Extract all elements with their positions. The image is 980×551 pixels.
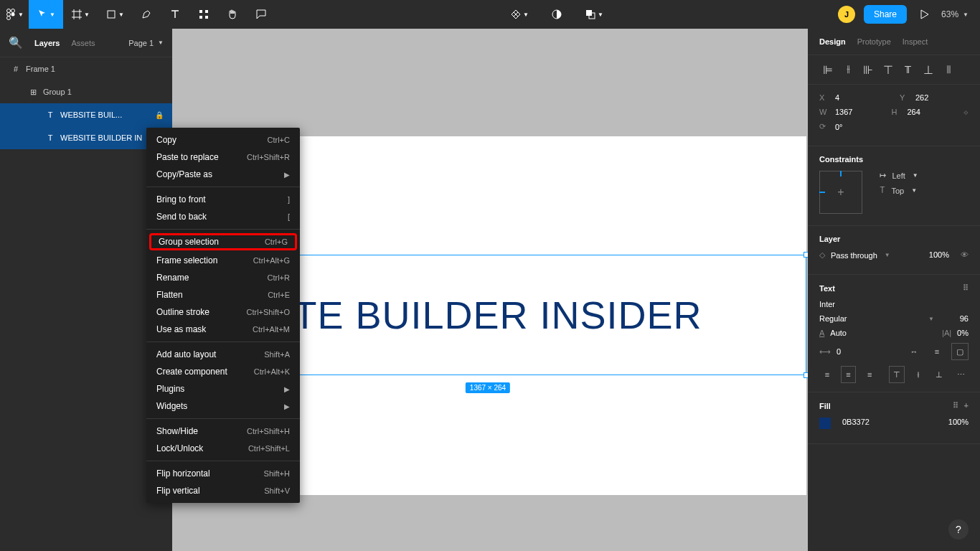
menu-item-use-as-mask[interactable]: Use as maskCtrl+Alt+M — [146, 321, 300, 338]
text-align-top-button[interactable]: ⊤ — [889, 366, 905, 383]
align-center-h-button[interactable]: ⫲ — [839, 61, 857, 78]
text-align-center-button[interactable]: ≡ — [841, 366, 857, 383]
menu-item-widgets[interactable]: Widgets▶ — [146, 397, 300, 415]
search-icon[interactable]: 🔍 — [9, 36, 23, 50]
boolean-button[interactable]: ▼ — [580, 0, 608, 29]
constraint-diagram[interactable]: + — [819, 171, 862, 214]
menu-item-create-component[interactable]: Create componentCtrl+Alt+K — [146, 363, 300, 380]
text-align-bottom-button[interactable]: ⊥ — [932, 366, 948, 383]
align-left-button[interactable]: ⊫ — [819, 61, 837, 78]
rotation-icon: ⟳ — [819, 122, 829, 131]
menu-item-label: Create component — [156, 367, 227, 377]
auto-height-button[interactable]: ≡ — [928, 343, 946, 360]
text-align-right-button[interactable]: ≡ — [862, 366, 877, 383]
shape-tool-button[interactable]: ▼ — [98, 0, 132, 29]
comment-tool-button[interactable] — [247, 0, 275, 29]
design-tab[interactable]: Design — [819, 37, 846, 46]
page-select[interactable]: Page 1▼ — [128, 39, 164, 47]
align-bottom-button[interactable]: ⊥ — [920, 61, 937, 78]
mask-button[interactable] — [542, 0, 571, 29]
layer-frame[interactable]: # Frame 1 — [0, 57, 172, 80]
fill-swatch[interactable] — [819, 418, 831, 429]
menu-item-shortcut: Ctrl+Shift+R — [247, 153, 290, 161]
selection-handle-tr[interactable] — [804, 252, 808, 258]
w-input[interactable]: 1367 — [835, 108, 852, 116]
align-controls: ⊫ ⫲ ⊪ ⊤ ⫪ ⊥ ⦀ — [808, 55, 980, 85]
selection-handle-br[interactable] — [804, 372, 808, 378]
pen-tool-button[interactable] — [132, 0, 161, 29]
fill-opacity-input[interactable]: 100% — [948, 418, 969, 429]
menu-item-copy-paste-as[interactable]: Copy/Paste as▶ — [146, 166, 300, 183]
fill-styles-icon[interactable]: ⠿ — [953, 401, 958, 410]
zoom-select[interactable]: 63%▼ — [941, 9, 969, 19]
menu-item-flip-horizontal[interactable]: Flip horizontalShift+H — [146, 465, 300, 482]
menu-item-show-hide[interactable]: Show/HideCtrl+Shift+H — [146, 423, 300, 440]
resources-button[interactable] — [189, 0, 218, 29]
paragraph-spacing-input[interactable]: 0 — [837, 347, 900, 356]
menu-item-copy[interactable]: CopyCtrl+C — [146, 131, 300, 149]
menu-item-label: Flip vertical — [156, 486, 200, 496]
align-top-button[interactable]: ⊤ — [880, 61, 897, 78]
move-tool-button[interactable]: ▼ — [29, 0, 63, 29]
auto-width-button[interactable]: ↔ — [905, 343, 923, 360]
user-avatar[interactable]: J — [838, 6, 855, 23]
menu-item-lock-unlock[interactable]: Lock/UnlockCtrl+Shift+L — [146, 440, 300, 457]
line-height-icon: A — [819, 329, 824, 337]
left-panel-header: 🔍 Layers Assets Page 1▼ — [0, 29, 172, 57]
hand-tool-button[interactable] — [218, 0, 247, 29]
menu-item-send-to-back[interactable]: Send to back[ — [146, 208, 300, 225]
menu-item-flip-vertical[interactable]: Flip verticalShift+V — [146, 482, 300, 499]
menu-item-frame-selection[interactable]: Frame selectionCtrl+Alt+G — [146, 252, 300, 269]
fill-hex-input[interactable]: 0B3372 — [842, 418, 937, 429]
frame-tool-button[interactable]: ▼ — [63, 0, 98, 29]
lock-icon[interactable]: 🔒 — [155, 111, 164, 119]
font-weight-select[interactable]: Regular — [819, 314, 921, 323]
opacity-input[interactable]: 100% — [929, 250, 949, 260]
rotation-input[interactable]: 0° — [835, 123, 843, 131]
right-panel-tabs: Design Prototype Inspect — [808, 29, 980, 55]
assets-tab[interactable]: Assets — [71, 39, 95, 47]
menu-item-flatten[interactable]: FlattenCtrl+E — [146, 286, 300, 303]
blend-mode-select[interactable]: Pass through — [831, 251, 877, 260]
link-dimensions-icon[interactable]: ⟐ — [963, 108, 969, 116]
align-right-button[interactable]: ⊪ — [859, 61, 877, 78]
align-center-v-button[interactable]: ⫪ — [900, 61, 917, 78]
text-align-left-button[interactable]: ≡ — [819, 366, 835, 383]
font-size-input[interactable]: 96 — [940, 314, 969, 323]
h-input[interactable]: 264 — [908, 108, 920, 116]
menu-item-group-selection[interactable]: Group selectionCtrl+G — [149, 233, 297, 250]
menu-item-add-auto-layout[interactable]: Add auto layoutShift+A — [146, 346, 300, 363]
constraint-h-select[interactable]: ↦ Left ▼ — [880, 171, 918, 180]
share-button[interactable]: Share — [864, 5, 907, 24]
layer-text-1[interactable]: T WEBSITE BUIL... 🔒 — [0, 103, 172, 126]
menu-item-rename[interactable]: RenameCtrl+R — [146, 269, 300, 286]
layer-group[interactable]: ⊞ Group 1 — [0, 80, 172, 103]
component-controls-button[interactable]: ▼ — [505, 0, 534, 29]
letter-spacing-input[interactable]: 0% — [957, 329, 969, 337]
figma-menu-button[interactable]: ▼ — [0, 0, 29, 29]
menu-item-shortcut: [ — [288, 212, 290, 221]
menu-item-outline-stroke[interactable]: Outline strokeCtrl+Shift+O — [146, 303, 300, 321]
add-fill-button[interactable]: + — [964, 401, 969, 410]
help-button[interactable]: ? — [948, 519, 969, 540]
text-tool-button[interactable] — [161, 0, 189, 29]
constraint-v-select[interactable]: ⟙ Top ▼ — [880, 186, 918, 195]
y-input[interactable]: 262 — [915, 93, 928, 102]
line-height-input[interactable]: Auto — [830, 329, 936, 337]
text-options-button[interactable]: ⋯ — [953, 366, 969, 383]
visibility-icon[interactable]: 👁 — [961, 250, 969, 260]
present-button[interactable] — [915, 0, 933, 29]
prototype-tab[interactable]: Prototype — [857, 37, 891, 46]
svg-rect-5 — [108, 11, 115, 18]
font-family-select[interactable]: Inter — [819, 300, 835, 309]
fixed-size-button[interactable]: ▢ — [951, 343, 969, 360]
menu-item-paste-to-replace[interactable]: Paste to replaceCtrl+Shift+R — [146, 149, 300, 166]
layers-tab[interactable]: Layers — [34, 39, 60, 47]
distribute-button[interactable]: ⦀ — [940, 61, 957, 78]
menu-item-plugins[interactable]: Plugins▶ — [146, 380, 300, 397]
text-align-middle-button[interactable]: ⫲ — [910, 366, 926, 383]
x-input[interactable]: 4 — [835, 93, 839, 102]
text-styles-icon[interactable]: ⠿ — [963, 283, 969, 293]
menu-item-bring-to-front[interactable]: Bring to front] — [146, 191, 300, 208]
inspect-tab[interactable]: Inspect — [903, 37, 928, 46]
